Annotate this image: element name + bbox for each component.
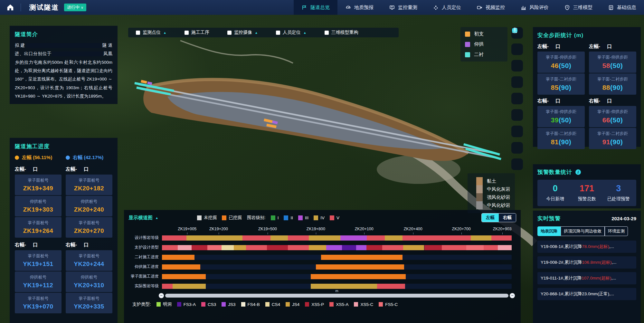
warning-stat: 3已处理预警 bbox=[603, 184, 634, 202]
chart-row-label: 设计围岩等级 bbox=[128, 235, 162, 241]
divider bbox=[21, 4, 21, 11]
nav-tab-监控量测[interactable]: 监控量测 bbox=[381, 0, 425, 15]
checkbox[interactable] bbox=[136, 31, 140, 35]
card-stack: 掌子面桩号YK19+151仰拱桩号YK19+112掌子面桩号YK19+070 bbox=[15, 250, 62, 313]
risk-icon bbox=[520, 5, 526, 11]
chart-row-track bbox=[162, 284, 512, 289]
chart-scroll-row: m − − bbox=[162, 293, 512, 298]
alert-item[interactable]: Y19-008-2#,累计沉降106.8mm(超标),... bbox=[537, 256, 636, 269]
chart-segment bbox=[382, 245, 403, 250]
chart-segment bbox=[207, 245, 221, 250]
rock-grade-label: I bbox=[278, 215, 279, 220]
realtime-tab-拱顶沉降与周边收敛[interactable]: 拱顶沉降与周边收敛 bbox=[561, 226, 605, 236]
alert-value: 78.0mm(超标) bbox=[582, 244, 609, 249]
station-group: 左幅-出口掌子面桩号ZK20+182仰拱桩号ZK20+240掌子面桩号ZK20+… bbox=[66, 162, 112, 238]
home-button[interactable] bbox=[0, 0, 21, 15]
map-tool-panel[interactable] bbox=[511, 158, 523, 170]
zoom-out-right-icon[interactable]: − bbox=[510, 293, 515, 298]
data-card-value: ZK19+303 bbox=[15, 206, 62, 213]
caption-text: 口 bbox=[33, 242, 38, 247]
station-group: 左幅-进口掌子面-仰拱步距46(50)掌子面-二衬步距85(90) bbox=[537, 40, 585, 95]
map-tool-image[interactable] bbox=[511, 126, 523, 137]
caption-text: 口 bbox=[84, 242, 89, 247]
map-tool-location[interactable] bbox=[511, 60, 523, 71]
data-card: 掌子面-仰拱步距46(50) bbox=[537, 52, 585, 73]
map-tool-layers[interactable] bbox=[511, 76, 523, 88]
realtime-tab-环境监测[interactable]: 环境监测 bbox=[605, 226, 628, 236]
axis-tick-label: ZK19+200 bbox=[209, 227, 228, 231]
nav-tab-人员定位[interactable]: 人员定位 bbox=[425, 0, 469, 15]
info-icon[interactable]: i bbox=[575, 169, 581, 175]
legend-dot bbox=[66, 156, 70, 160]
data-card: 掌子面-二衬步距88(90) bbox=[589, 73, 636, 95]
map-tool-survey[interactable] bbox=[511, 142, 523, 154]
checkbox[interactable] bbox=[227, 31, 232, 35]
legend-color-chip bbox=[465, 52, 470, 57]
nav-tab-地质预报[interactable]: 地质预报 bbox=[337, 0, 381, 15]
data-card-value: YK20+335 bbox=[66, 303, 112, 310]
chart-collapse-toggle[interactable]: 显示横道图 ▲ bbox=[128, 215, 158, 221]
nav-tab-风险评价[interactable]: 风险评价 bbox=[513, 0, 556, 15]
alert-item[interactable]: Y19-011-1#,累计沉降107.0mm(超标),... bbox=[537, 272, 636, 284]
chart-scrollbar[interactable] bbox=[165, 294, 508, 298]
map-tool-globe[interactable] bbox=[511, 43, 523, 55]
checkbox[interactable] bbox=[325, 31, 329, 35]
progress-legend: 左幅 (56.11%)右幅 (42.17%) bbox=[15, 155, 112, 161]
chart-segment bbox=[267, 245, 288, 250]
chart-segment bbox=[377, 284, 405, 289]
value-number: 58 bbox=[602, 62, 610, 69]
legend-color-chip bbox=[271, 215, 275, 220]
checkbox[interactable] bbox=[276, 31, 280, 35]
collapse-arrow-icon[interactable]: ▲ bbox=[303, 31, 307, 34]
realtime-date: 2024-03-29 bbox=[611, 216, 636, 221]
legend-color-chip bbox=[330, 215, 334, 220]
group-caption: 左幅-进口 bbox=[15, 166, 62, 172]
side-toggle-右幅[interactable]: 右幅 bbox=[499, 214, 516, 222]
layer-toggle-施工工序: 施工工序 bbox=[185, 30, 209, 35]
value-number: 91 bbox=[602, 138, 610, 146]
data-card: 掌子面-仰拱步距58(50) bbox=[589, 52, 636, 73]
data-card-value: 39(50) bbox=[537, 116, 585, 124]
collapse-arrow-icon[interactable]: ▲ bbox=[255, 31, 258, 34]
support-type-label: XS5-C bbox=[360, 302, 373, 307]
chart-axis: ZK19+005ZK19+200ZK19+500ZK19+800ZK20+100… bbox=[162, 227, 512, 234]
nav-tab-基础信息[interactable]: 基础信息 bbox=[600, 0, 644, 15]
safety-title: 安全步距统计 (m) bbox=[537, 32, 636, 39]
caption-text: 右幅- bbox=[66, 242, 77, 247]
data-card: 掌子面桩号YK19+151 bbox=[15, 250, 62, 271]
checkbox[interactable] bbox=[185, 31, 189, 35]
support-type-label: JS3 bbox=[228, 302, 235, 307]
alert-item[interactable]: Y19-008-1#,累计沉降78.0mm(超标),... bbox=[537, 241, 636, 253]
nav-tab-三维模型[interactable]: 三维模型 bbox=[556, 0, 600, 15]
redacted-text bbox=[52, 52, 103, 56]
support-legend: 初支仰拱二衬 bbox=[460, 27, 507, 62]
nav-tab-视频监控[interactable]: 视频监控 bbox=[469, 0, 513, 15]
nav-tab-隧道总览[interactable]: 隧道总览 bbox=[294, 0, 337, 15]
chevron-down-icon: ∨ bbox=[81, 5, 83, 10]
caption-text: 左幅- bbox=[15, 166, 26, 172]
rock-grade-label: IV bbox=[320, 215, 325, 220]
warning-stat-value: 0 bbox=[539, 184, 571, 194]
alert-item[interactable]: Y20-868-1#,累计沉降23.0mm(正常),... bbox=[537, 288, 636, 300]
zoom-out-left-icon[interactable]: − bbox=[159, 293, 164, 298]
chart-segment bbox=[366, 245, 382, 250]
map-tool-tunnel[interactable] bbox=[511, 93, 523, 104]
chart-segment bbox=[173, 284, 206, 289]
legend-color-chip bbox=[465, 32, 470, 37]
side-toggle-左幅[interactable]: 左幅 bbox=[482, 214, 499, 222]
chart-segment bbox=[162, 274, 206, 279]
geology-legend-label: 黏土 bbox=[487, 178, 496, 184]
axis-tickmark bbox=[316, 233, 316, 234]
status-badge[interactable]: 进行中 ∨ bbox=[64, 4, 86, 11]
excavation-legend-label: 未挖掘 bbox=[204, 215, 217, 221]
realtime-tab-地表沉降[interactable]: 地表沉降 bbox=[537, 226, 561, 236]
map-tool-stack[interactable] bbox=[511, 109, 523, 121]
excavation-legend-item: 未挖掘 bbox=[197, 215, 217, 221]
collapse-arrow-icon[interactable]: ▲ bbox=[163, 31, 166, 34]
axis-tick-label: ZK19+005 bbox=[178, 227, 196, 231]
alert-value: 106.8mm(超标) bbox=[582, 260, 611, 265]
data-card: 掌子面桩号YK20+244 bbox=[66, 250, 112, 271]
support-type-item: 明洞 bbox=[156, 301, 172, 307]
nav-tab-label: 三维模型 bbox=[573, 5, 592, 11]
warning-stat-value: 171 bbox=[571, 184, 602, 194]
